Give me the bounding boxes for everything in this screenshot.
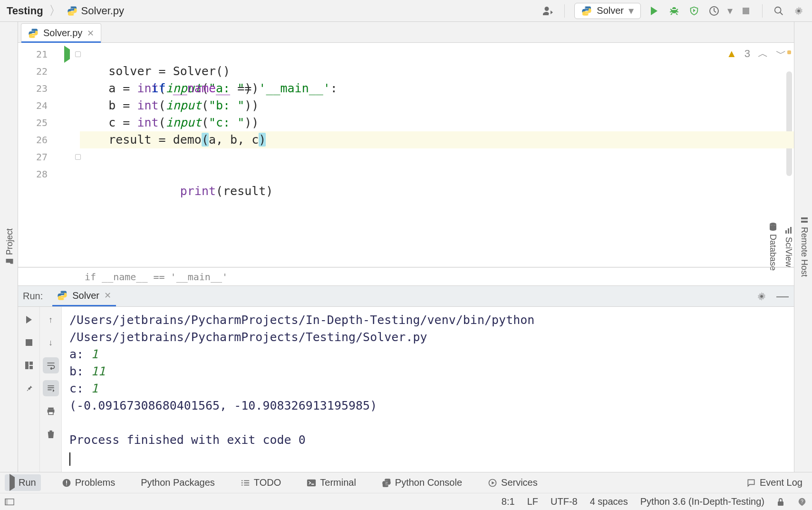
svg-rect-21 (801, 217, 808, 219)
line-number[interactable]: 21 (18, 46, 54, 63)
print-button[interactable] (43, 403, 59, 419)
profile-button[interactable] (707, 4, 721, 18)
terminal-icon (307, 479, 316, 487)
code-line-current[interactable]: result = demo(a, b, c) (80, 131, 794, 148)
run-configuration-selector[interactable]: Solver ▾ (574, 3, 641, 19)
encoding-status[interactable]: UTF-8 (551, 496, 578, 507)
editor-tabs: Solver.py ✕ (18, 22, 794, 43)
code-line[interactable]: print(result) (80, 148, 794, 166)
breadcrumb-file[interactable]: Solver.py (81, 5, 125, 17)
line-number[interactable]: 22 (18, 63, 54, 80)
run-button[interactable] (648, 4, 661, 18)
code-line[interactable]: b = int(input("b: ")) (80, 97, 794, 114)
problems-icon (62, 478, 71, 488)
toolbar-divider (762, 4, 763, 18)
toolwindow-quick-access-icon[interactable] (5, 498, 14, 506)
run-tab[interactable]: Solver ✕ (52, 286, 116, 306)
run-gutter-icon[interactable] (64, 49, 70, 59)
svg-rect-16 (29, 362, 33, 365)
token-plain (152, 184, 180, 198)
line-number[interactable]: 26 (18, 131, 54, 148)
token-keyword: if (152, 81, 166, 95)
token-builtin: int (137, 116, 158, 129)
token-string: '__main__' (259, 81, 330, 95)
chevron-down-icon[interactable]: ▾ (727, 5, 733, 17)
up-stacktrace-button[interactable]: ↑ (43, 312, 59, 328)
close-icon[interactable]: ✕ (104, 290, 111, 301)
svg-rect-22 (801, 221, 808, 223)
run-console[interactable]: /Users/jetbrains/PycharmProjects/In-Dept… (62, 307, 794, 472)
layout-button[interactable] (21, 357, 37, 373)
scroll-to-end-button[interactable] (43, 380, 59, 396)
todo-toolwindow-button[interactable]: TODO (236, 474, 286, 491)
add-configuration-user-icon[interactable] (541, 4, 555, 18)
fold-toggle-icon[interactable] (75, 154, 81, 160)
bottom-label: Terminal (320, 477, 356, 488)
pin-tab-button[interactable] (21, 380, 37, 396)
line-number[interactable]: 25 (18, 114, 54, 131)
terminal-toolwindow-button[interactable]: Terminal (302, 474, 361, 491)
svg-point-11 (35, 36, 36, 37)
line-separator-status[interactable]: LF (527, 496, 538, 507)
down-stacktrace-button[interactable]: ↓ (43, 334, 59, 351)
svg-point-13 (64, 298, 65, 299)
search-everywhere-button[interactable] (772, 4, 785, 18)
interpreter-status[interactable]: Python 3.6 (In-Depth-Testing) (640, 496, 764, 507)
stop-button (739, 4, 753, 18)
code-area[interactable]: if __name__ == '__main__': solver = Solv… (80, 43, 794, 267)
console-line: (-0.09167308680401565, -10.9083269131959… (69, 397, 786, 414)
problems-toolwindow-button[interactable]: Problems (57, 474, 120, 491)
readonly-lock-icon[interactable] (777, 498, 784, 506)
indent-status[interactable]: 4 spaces (590, 496, 628, 507)
remote-host-label: Remote Host (799, 227, 809, 277)
event-log-button[interactable]: Event Log (742, 474, 807, 491)
code-line[interactable]: solver = Solver() (80, 63, 794, 80)
code-line[interactable]: if __name__ == '__main__': (80, 46, 794, 63)
toolbar-divider (564, 4, 565, 18)
structure-toolwindow-button[interactable]: Structure (0, 217, 2, 276)
code-line[interactable]: c = int(input("c: ")) (80, 114, 794, 131)
code-line[interactable] (80, 166, 794, 183)
matched-paren: ) (259, 133, 266, 147)
chevron-down-icon: ▾ (628, 5, 634, 17)
services-toolwindow-button[interactable]: Services (483, 474, 542, 491)
soft-wrap-button[interactable] (43, 357, 59, 373)
line-number[interactable]: 24 (18, 97, 54, 114)
breadcrumb-scope[interactable]: if __name__ == '__main__' (85, 271, 228, 283)
breadcrumb-project[interactable]: Testing (7, 5, 43, 17)
editor-breadcrumbs[interactable]: if __name__ == '__main__' (18, 267, 794, 285)
svg-point-1 (73, 13, 74, 14)
bottom-label: Services (501, 477, 538, 488)
project-toolwindow-button[interactable]: Project (2, 222, 18, 272)
remote-host-icon (801, 216, 808, 224)
toolwindow-settings-button[interactable] (755, 290, 768, 303)
token-paren: ( (159, 116, 166, 129)
inspection-profile-icon[interactable]: ? (797, 497, 807, 507)
hide-toolwindow-button[interactable]: — (776, 290, 789, 303)
editor-tab-solver[interactable]: Solver.py ✕ (21, 23, 101, 42)
run-toolwindow-button[interactable]: Run (5, 474, 41, 491)
python-packages-toolwindow-button[interactable]: Python Packages (136, 474, 220, 491)
line-number[interactable]: 28 (18, 166, 54, 183)
settings-button[interactable] (792, 4, 805, 18)
svg-text:?: ? (801, 499, 803, 504)
fold-toggle-icon[interactable] (75, 51, 81, 57)
token-dunder: __name__ (173, 81, 230, 95)
run-with-coverage-button[interactable] (687, 4, 701, 18)
line-number[interactable]: 27 (18, 148, 54, 166)
debug-button[interactable] (667, 4, 681, 18)
rerun-button[interactable] (21, 312, 37, 328)
console-line: /Users/jetbrains/PycharmProjects/Testing… (69, 329, 786, 346)
caret-position-status[interactable]: 8:1 (502, 496, 515, 507)
code-editor[interactable]: ▲ 3 ︿ ﹀ 21 22 23 24 25 26 27 28 (18, 43, 794, 267)
svg-rect-18 (48, 408, 53, 410)
bottom-label: Run (19, 477, 36, 488)
clear-all-button[interactable] (43, 426, 59, 442)
python-file-icon (67, 6, 77, 16)
close-icon[interactable]: ✕ (87, 28, 94, 39)
remote-host-toolwindow-button[interactable]: Remote Host (796, 210, 812, 284)
python-console-toolwindow-button[interactable]: Python Console (377, 474, 467, 491)
token-plain: result = demo (80, 133, 202, 147)
svg-point-3 (588, 13, 589, 14)
line-number[interactable]: 23 (18, 80, 54, 97)
